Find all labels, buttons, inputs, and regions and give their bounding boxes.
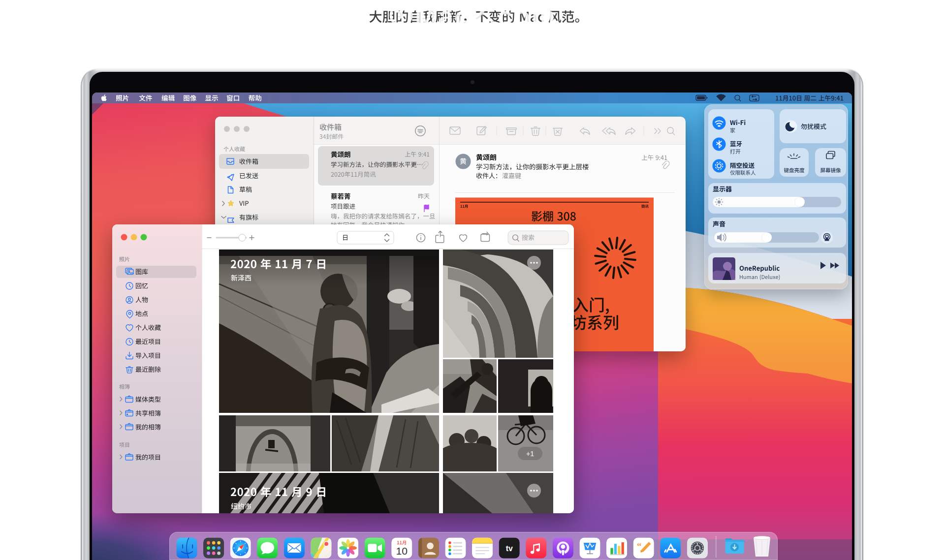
svg-text:“: “ — [637, 541, 642, 551]
svg-text:tv: tv — [506, 544, 513, 553]
svg-text:+1: +1 — [526, 450, 534, 458]
svg-text:MacZ.com: MacZ.com — [415, 1, 557, 31]
svg-text:10: 10 — [396, 545, 408, 557]
